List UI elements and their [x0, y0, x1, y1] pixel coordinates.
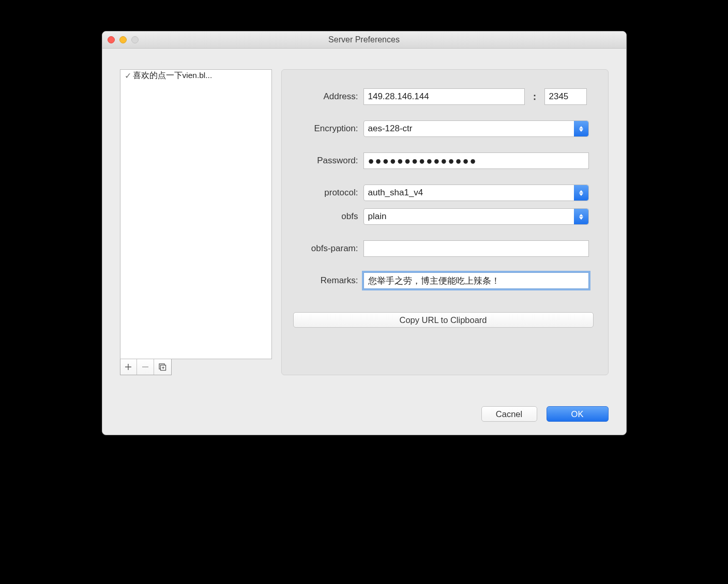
plus-icon	[125, 363, 132, 371]
address-input[interactable]	[363, 88, 525, 105]
obfs-select[interactable]: plain	[363, 208, 589, 225]
form-panel: Address: ： Encryption: aes-128-ctr Passw…	[281, 69, 609, 375]
server-list[interactable]: ✓ 喜欢的点一下vien.bl...	[120, 69, 272, 359]
copy-url-button[interactable]: Copy URL to Clipboard	[293, 312, 594, 328]
add-server-button[interactable]	[120, 359, 138, 375]
address-separator: ：	[525, 90, 544, 103]
port-input[interactable]	[544, 88, 587, 105]
row-obfs-param: obfs-param:	[293, 240, 597, 257]
label-remarks: Remarks:	[293, 275, 363, 286]
row-password: Password: ●●●●●●●●●●●●●●●	[293, 152, 597, 169]
cancel-button[interactable]: Cacnel	[481, 406, 537, 422]
sidebar: ✓ 喜欢的点一下vien.bl...	[120, 69, 272, 375]
label-password: Password:	[293, 156, 363, 166]
checkmark-icon: ✓	[124, 71, 133, 81]
remove-server-button[interactable]	[137, 359, 154, 375]
label-protocol: protocol:	[293, 188, 363, 198]
obfs-param-input[interactable]	[363, 240, 589, 257]
row-obfs: obfs plain	[293, 208, 597, 225]
footer: Cacnel OK	[102, 386, 626, 435]
label-address: Address:	[293, 91, 363, 102]
traffic-lights	[108, 36, 139, 43]
titlebar: Server Preferences	[102, 32, 626, 49]
obfs-value: plain	[368, 211, 387, 222]
label-obfs-param: obfs-param:	[293, 243, 363, 254]
close-icon[interactable]	[108, 36, 115, 43]
chevron-updown-icon	[574, 209, 588, 224]
row-encryption: Encryption: aes-128-ctr	[293, 120, 597, 137]
row-address: Address: ：	[293, 88, 597, 105]
row-protocol: protocol: auth_sha1_v4	[293, 185, 597, 201]
window: Server Preferences ✓ 喜欢的点一下vien.bl...	[102, 31, 627, 435]
label-obfs: obfs	[293, 211, 363, 222]
protocol-select[interactable]: auth_sha1_v4	[363, 185, 589, 201]
list-toolbar	[120, 359, 172, 375]
ok-button[interactable]: OK	[547, 406, 609, 422]
remarks-input[interactable]	[363, 272, 589, 289]
label-encryption: Encryption:	[293, 124, 363, 134]
window-title: Server Preferences	[328, 35, 400, 44]
server-list-item[interactable]: ✓ 喜欢的点一下vien.bl...	[120, 70, 271, 81]
maximize-icon	[131, 36, 139, 43]
password-input[interactable]: ●●●●●●●●●●●●●●●	[363, 152, 589, 169]
encryption-select[interactable]: aes-128-ctr	[363, 120, 589, 137]
encryption-value: aes-128-ctr	[368, 124, 413, 134]
content: ✓ 喜欢的点一下vien.bl...	[102, 49, 626, 386]
chevron-updown-icon	[574, 185, 588, 201]
minus-icon	[142, 363, 149, 371]
row-remarks: Remarks:	[293, 272, 597, 289]
server-list-item-label: 喜欢的点一下vien.bl...	[133, 70, 213, 81]
minimize-icon[interactable]	[119, 36, 127, 43]
duplicate-icon	[158, 363, 166, 371]
duplicate-server-button[interactable]	[154, 359, 171, 375]
chevron-updown-icon	[574, 121, 588, 136]
protocol-value: auth_sha1_v4	[368, 188, 423, 198]
